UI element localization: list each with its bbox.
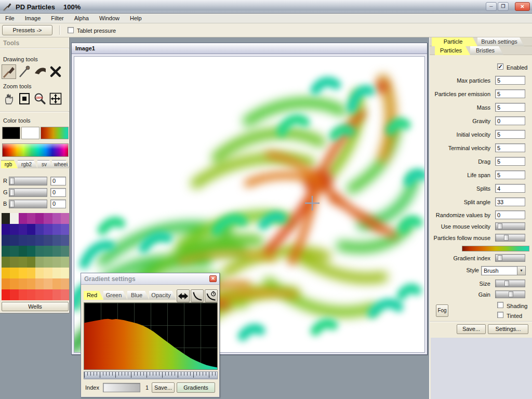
gradient-preview-bar[interactable] — [462, 246, 529, 251]
timed-falloff-curve-button[interactable] — [205, 289, 218, 302]
palette-swatch[interactable] — [52, 213, 61, 224]
palette-swatch[interactable] — [2, 213, 10, 224]
gradient-save-button[interactable]: Save... — [152, 382, 175, 393]
drag-input[interactable] — [495, 157, 525, 166]
palette-swatch[interactable] — [35, 257, 44, 268]
minimize-button[interactable]: ─ — [486, 2, 497, 11]
palette-swatch[interactable] — [10, 268, 18, 278]
palette-swatch[interactable] — [10, 289, 18, 300]
gradient-window-titlebar[interactable]: Gradient settings ✕ — [81, 273, 219, 285]
hand-tool-button[interactable] — [2, 91, 16, 106]
presets-button[interactable]: Pressets -> — [2, 25, 52, 35]
r-slider[interactable] — [9, 177, 47, 185]
life-span-input[interactable] — [495, 170, 525, 179]
palette-swatch[interactable] — [2, 268, 10, 278]
palette-swatch[interactable] — [2, 278, 10, 289]
palette-swatch[interactable] — [27, 268, 35, 278]
slider-thumb[interactable] — [509, 291, 513, 297]
zoom-box-tool-button[interactable] — [17, 91, 32, 106]
flip-horizontal-button[interactable] — [177, 289, 190, 302]
palette-swatch[interactable] — [52, 235, 61, 246]
chevron-down-icon[interactable]: ▼ — [517, 267, 525, 275]
g-value[interactable]: 0 — [50, 188, 66, 197]
zoom-100-tool-button[interactable]: 100% — [33, 91, 47, 106]
palette-swatch[interactable] — [52, 224, 61, 235]
primary-color-swatch[interactable] — [2, 127, 20, 139]
palette-swatch[interactable] — [35, 278, 44, 289]
palette-swatch[interactable] — [10, 278, 18, 289]
tab-sv[interactable]: sv — [37, 160, 53, 168]
index-slider[interactable] — [103, 383, 140, 392]
close-icon[interactable]: ✕ — [209, 275, 217, 282]
slider-thumb[interactable] — [498, 255, 502, 261]
gravity-input[interactable] — [495, 116, 525, 125]
palette-swatch[interactable] — [2, 289, 10, 300]
menu-alpha[interactable]: Alpha — [69, 14, 94, 23]
splits-input[interactable] — [495, 184, 525, 193]
palette-swatch[interactable] — [27, 278, 35, 289]
palette-swatch[interactable] — [2, 235, 10, 246]
menu-window[interactable]: Window — [94, 14, 125, 23]
fog-button[interactable]: Fog — [436, 304, 448, 317]
palette-swatch[interactable] — [27, 257, 35, 268]
tab-green[interactable]: Green — [103, 291, 127, 300]
palette-swatch[interactable] — [27, 235, 35, 246]
gradient-curve-editor[interactable] — [84, 302, 218, 370]
menu-image[interactable]: Image — [20, 14, 46, 23]
palette-swatch[interactable] — [27, 213, 35, 224]
palette-swatch[interactable] — [52, 289, 61, 300]
palette-swatch[interactable] — [61, 224, 69, 235]
palette-swatch[interactable] — [35, 268, 44, 278]
particles-per-emission-input[interactable] — [495, 89, 525, 98]
pen-tool-button[interactable] — [17, 64, 32, 79]
tab-wheel[interactable]: wheel — [52, 160, 70, 168]
palette-swatch[interactable] — [27, 289, 35, 300]
pan-tool-button[interactable] — [48, 91, 63, 106]
tab-red[interactable]: Red — [84, 291, 103, 300]
palette-swatch[interactable] — [19, 278, 27, 289]
image-window-titlebar[interactable]: Image1 — [72, 43, 427, 54]
palette-swatch[interactable] — [44, 246, 52, 257]
palette-swatch[interactable] — [19, 224, 27, 235]
palette-swatch[interactable] — [52, 246, 61, 257]
palette-swatch[interactable] — [35, 224, 44, 235]
tab-bristles[interactable]: Bristles — [470, 46, 503, 55]
palette-swatch[interactable] — [10, 246, 18, 257]
palette-swatch[interactable] — [19, 268, 27, 278]
palette-swatch[interactable] — [2, 246, 10, 257]
menu-file[interactable]: File — [0, 14, 20, 23]
palette-swatch[interactable] — [27, 246, 35, 257]
slider-thumb[interactable] — [504, 235, 509, 241]
eraser-tool-button[interactable] — [33, 64, 47, 79]
falloff-curve-button[interactable] — [191, 289, 204, 302]
palette-swatch[interactable] — [61, 235, 69, 246]
randomize-values-input[interactable] — [495, 210, 525, 219]
palette-swatch[interactable] — [19, 246, 27, 257]
tablet-pressure-checkbox[interactable] — [68, 27, 74, 33]
palette-swatch[interactable] — [35, 289, 44, 300]
tab-blue[interactable]: Blue — [127, 291, 149, 300]
gradient-index-slider[interactable] — [495, 254, 525, 262]
use-mouse-velocity-slider[interactable] — [495, 222, 525, 230]
palette-swatch[interactable] — [19, 289, 27, 300]
palette-swatch[interactable] — [44, 213, 52, 224]
palette-swatch[interactable] — [44, 257, 52, 268]
terminal-velocity-input[interactable] — [495, 143, 525, 152]
palette-swatch[interactable] — [2, 224, 10, 235]
g-slider[interactable] — [9, 188, 47, 197]
current-gradient-swatch[interactable] — [41, 127, 69, 139]
palette-swatch[interactable] — [2, 257, 10, 268]
palette-swatch[interactable] — [10, 224, 18, 235]
gain-slider[interactable] — [495, 290, 525, 298]
enabled-checkbox[interactable]: ✓ — [497, 63, 503, 70]
palette-swatch[interactable] — [61, 268, 69, 278]
split-angle-input[interactable] — [495, 197, 525, 206]
tab-particles[interactable]: Particles — [435, 46, 470, 55]
delete-tool-button[interactable] — [48, 64, 63, 79]
palette-swatch[interactable] — [52, 268, 61, 278]
tab-brush-settings[interactable]: Brush settings — [477, 37, 524, 46]
gradients-button[interactable]: Gradients — [177, 382, 215, 393]
b-value[interactable]: 0 — [50, 200, 66, 208]
curve-ruler[interactable] — [84, 371, 218, 379]
palette-swatch[interactable] — [35, 213, 44, 224]
